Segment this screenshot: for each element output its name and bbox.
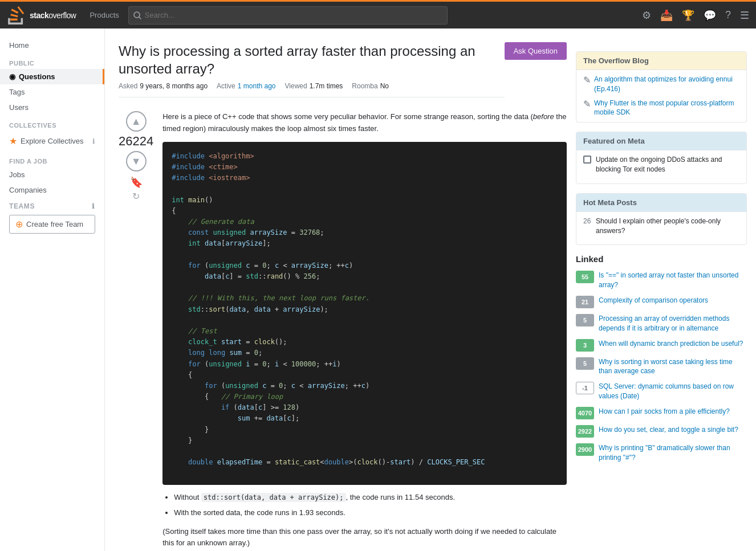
sidebar-item-questions[interactable]: ◉ Questions xyxy=(0,69,104,84)
right-sidebar: The Overflow Blog ✎ An algorithm that op… xyxy=(576,42,747,549)
bullet-list: Without std::sort(data, data + arraySize… xyxy=(174,492,567,519)
linked-badge-8: 2900 xyxy=(576,443,594,456)
question-body: Here is a piece of C++ code that shows s… xyxy=(162,111,567,549)
hot-meta-item-1[interactable]: 26 Should I explain other people's code-… xyxy=(583,217,739,236)
menu-icon[interactable]: ☰ xyxy=(740,9,749,22)
questions-icon: ◉ xyxy=(9,72,15,81)
help-icon[interactable]: ? xyxy=(725,9,731,21)
asked-label: Asked xyxy=(119,82,137,90)
linked-item-7: 2922How do you set, clear, and toggle a … xyxy=(576,425,747,438)
active-value: 1 month ago xyxy=(238,82,276,90)
products-button[interactable]: Products xyxy=(85,9,123,22)
linked-link-8[interactable]: Why is printing "B" dramatically slower … xyxy=(599,443,747,463)
roomba-value: No xyxy=(380,82,389,90)
upvote-button[interactable]: ▲ xyxy=(126,111,147,132)
linked-badge-3: 3 xyxy=(576,339,594,352)
linked-link-7[interactable]: How do you set, clear, and toggle a sing… xyxy=(599,425,738,435)
blog-dot-1: ✎ xyxy=(583,74,591,87)
explore-collectives-label: Explore Collectives xyxy=(21,137,84,145)
hot-meta-box: Hot Meta Posts 26 Should I explain other… xyxy=(576,193,747,246)
trophy-icon[interactable]: 🏆 xyxy=(682,9,694,22)
ask-question-button[interactable]: Ask Question xyxy=(505,42,567,60)
linked-item-3: 3When will dynamic branch prediction be … xyxy=(576,339,747,352)
meta-item-1-text: Update on the ongoing DDoS attacks and b… xyxy=(596,155,739,174)
blog-dot-2: ✎ xyxy=(583,98,591,111)
content-area: Why is processing a sorted array faster … xyxy=(105,28,756,551)
overflow-blog-body: ✎ An algorithm that optimizes for avoidi… xyxy=(576,70,746,122)
linked-item-1: 21Complexity of comparison operators xyxy=(576,296,747,308)
teams-header: TEAMS ℹ xyxy=(9,202,95,210)
vote-count: 26224 xyxy=(119,134,153,149)
public-section-label: PUBLIC xyxy=(0,53,104,69)
viewed-meta: Viewed 1.7m times xyxy=(285,82,343,90)
blog-item-2-text: Why Flutter is the most popular cross-pl… xyxy=(594,99,739,118)
logo[interactable]: stackoverflow xyxy=(7,6,76,25)
sidebar-item-companies[interactable]: Companies xyxy=(0,182,104,198)
blog-item-1-text: An algorithm that optimizes for avoiding… xyxy=(594,75,739,94)
gear-icon[interactable]: ⚙ xyxy=(642,9,651,22)
sidebar-item-tags[interactable]: Tags xyxy=(0,84,104,100)
active-meta: Active 1 month ago xyxy=(217,82,275,90)
create-team-button[interactable]: ⊕ Create free Team xyxy=(9,215,95,234)
linked-item-0: 55Is "==" in sorted array not faster tha… xyxy=(576,271,747,290)
linked-badge-5: -1 xyxy=(576,382,594,394)
left-sidebar: Home PUBLIC ◉ Questions Tags Users COLLE… xyxy=(0,28,105,551)
search-icon xyxy=(133,11,141,19)
top-navigation: stackoverflow Products ⚙ 📥 🏆 💬 ? ☰ xyxy=(0,0,756,28)
blog-item-2[interactable]: ✎ Why Flutter is the most popular cross-… xyxy=(583,99,739,118)
sidebar-item-users[interactable]: Users xyxy=(0,100,104,115)
sidebar-item-home[interactable]: Home xyxy=(0,38,104,53)
linked-link-3[interactable]: When will dynamic branch prediction be u… xyxy=(599,339,743,349)
nav-icons: ⚙ 📥 🏆 💬 ? ☰ xyxy=(642,9,749,22)
question-area: ▲ 26224 ▼ 🔖 ↻ Here is a piece of C++ cod… xyxy=(119,111,567,549)
chat-icon[interactable]: 💬 xyxy=(704,9,716,22)
plus-icon: ⊕ xyxy=(15,219,23,230)
question-text: Here is a piece of C++ code that shows s… xyxy=(162,111,567,135)
meta-item-1[interactable]: Update on the ongoing DDoS attacks and b… xyxy=(583,155,739,174)
logo-text: stackoverflow xyxy=(30,11,76,20)
featured-meta-header: Featured on Meta xyxy=(576,132,746,150)
find-job-section: Jobs Companies xyxy=(0,167,104,198)
linked-badge-6: 4070 xyxy=(576,407,594,419)
meta-checkbox-icon xyxy=(583,156,591,164)
linked-item-4: 5Why is sorting in worst case taking les… xyxy=(576,357,747,377)
find-job-section-label: FIND A JOB xyxy=(0,151,104,167)
explore-collectives-item[interactable]: ★ Explore Collectives ℹ xyxy=(9,136,95,146)
roomba-label: Roomba xyxy=(352,82,377,90)
asked-value: 9 years, 8 months ago xyxy=(140,82,208,90)
sidebar-item-jobs[interactable]: Jobs xyxy=(0,167,104,182)
hot-item-text: Should I explain other people's code-onl… xyxy=(596,217,739,236)
linked-link-1[interactable]: Complexity of comparison operators xyxy=(599,296,708,305)
bullet-item-2: With the sorted data, the code runs in 1… xyxy=(174,507,567,519)
viewed-value: 1.7m times xyxy=(310,82,343,90)
main-content: Why is processing a sorted array faster … xyxy=(119,42,567,549)
code-scroll[interactable]: #include <algorithm> #include <ctime> #i… xyxy=(172,151,558,476)
linked-items: 55Is "==" in sorted array not faster tha… xyxy=(576,271,747,462)
overflow-blog-box: The Overflow Blog ✎ An algorithm that op… xyxy=(576,51,747,123)
teams-info-icon: ℹ xyxy=(92,202,95,210)
bookmark-button[interactable]: 🔖 xyxy=(130,176,143,189)
linked-title: Linked xyxy=(576,254,747,264)
downvote-button[interactable]: ▼ xyxy=(126,151,147,172)
linked-badge-2: 5 xyxy=(576,314,594,326)
page-layout: Home PUBLIC ◉ Questions Tags Users COLLE… xyxy=(0,28,756,551)
linked-badge-4: 5 xyxy=(576,357,594,370)
linked-link-4[interactable]: Why is sorting in worst case taking less… xyxy=(599,357,747,377)
blog-item-1[interactable]: ✎ An algorithm that optimizes for avoidi… xyxy=(583,75,739,94)
linked-link-5[interactable]: SQL Server: dynamic columns based on row… xyxy=(599,382,747,401)
teams-section: TEAMS ℹ ⊕ Create free Team xyxy=(0,198,104,236)
search-input[interactable] xyxy=(145,11,442,19)
question-meta: Asked 9 years, 8 months ago Active 1 mon… xyxy=(119,82,505,97)
inbox-icon[interactable]: 📥 xyxy=(660,9,673,22)
roomba-meta: Roomba No xyxy=(352,82,389,90)
question-title: Why is processing a sorted array faster … xyxy=(119,42,505,77)
question-header-row: Why is processing a sorted array faster … xyxy=(119,42,567,107)
linked-item-6: 4070How can I pair socks from a pile eff… xyxy=(576,407,747,419)
history-button[interactable]: ↻ xyxy=(132,191,140,202)
svg-line-1 xyxy=(139,17,141,19)
linked-item-2: 5Processing an array of overridden metho… xyxy=(576,314,747,333)
linked-link-6[interactable]: How can I pair socks from a pile efficie… xyxy=(599,407,730,417)
viewed-label: Viewed xyxy=(285,82,307,90)
linked-link-2[interactable]: Processing an array of overridden method… xyxy=(599,314,747,333)
linked-link-0[interactable]: Is "==" in sorted array not faster than … xyxy=(599,271,747,290)
